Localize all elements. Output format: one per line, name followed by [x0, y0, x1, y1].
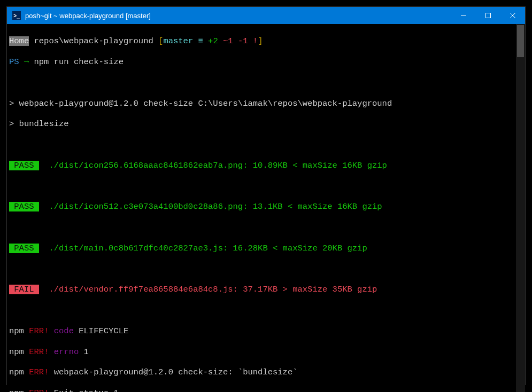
terminal-area[interactable]: Home repos\webpack-playground [master ≡ …	[7, 24, 525, 392]
terminal-output: Home repos\webpack-playground [master ≡ …	[7, 24, 516, 392]
output-line	[9, 182, 516, 192]
result-pass: PASS ./dist/main.0c8b617dfc40c2827ae3.js…	[9, 244, 516, 254]
result-pass: PASS ./dist/icon256.6168aaac8461862eab7a…	[9, 161, 516, 171]
scrollbar[interactable]	[516, 24, 525, 392]
output-line	[9, 264, 516, 275]
titlebar[interactable]: >_ posh~git ~ webpack-playground [master…	[7, 7, 525, 24]
output-line	[9, 305, 516, 316]
svg-rect-0	[486, 13, 491, 18]
maximize-button[interactable]	[476, 7, 500, 24]
command-line: PS → npm run check-size	[9, 57, 516, 67]
prompt-line: Home repos\webpack-playground [master ≡ …	[9, 36, 516, 46]
output-line	[9, 78, 516, 88]
error-line: npm ERR! webpack-playground@1.2.0 check-…	[9, 367, 516, 378]
prompt-home: Home	[9, 36, 29, 46]
close-button[interactable]	[500, 7, 525, 24]
result-fail: FAIL ./dist/vendor.ff9f7ea865884e6a84c8.…	[9, 285, 516, 295]
error-line: npm ERR! errno 1	[9, 347, 516, 357]
fail-badge: FAIL	[9, 285, 39, 294]
output-line: > bundlesize	[9, 119, 516, 129]
output-line: > webpack-playground@1.2.0 check-size C:…	[9, 99, 516, 109]
output-line	[9, 223, 516, 233]
window-controls	[451, 7, 525, 24]
pass-badge: PASS	[9, 161, 39, 170]
error-line: npm ERR! code ELIFECYCLE	[9, 326, 516, 336]
pass-badge: PASS	[9, 244, 39, 253]
minimize-button[interactable]	[451, 7, 476, 24]
terminal-window: >_ posh~git ~ webpack-playground [master…	[6, 6, 526, 385]
error-line: npm ERR! Exit status 1	[9, 388, 516, 392]
scrollbar-thumb[interactable]	[517, 25, 524, 57]
window-title: posh~git ~ webpack-playground [master]	[25, 12, 451, 20]
powershell-icon: >_	[12, 11, 21, 20]
result-pass: PASS ./dist/icon512.c3e073a4100bd0c28a86…	[9, 202, 516, 212]
pass-badge: PASS	[9, 202, 39, 211]
output-line	[9, 140, 516, 150]
